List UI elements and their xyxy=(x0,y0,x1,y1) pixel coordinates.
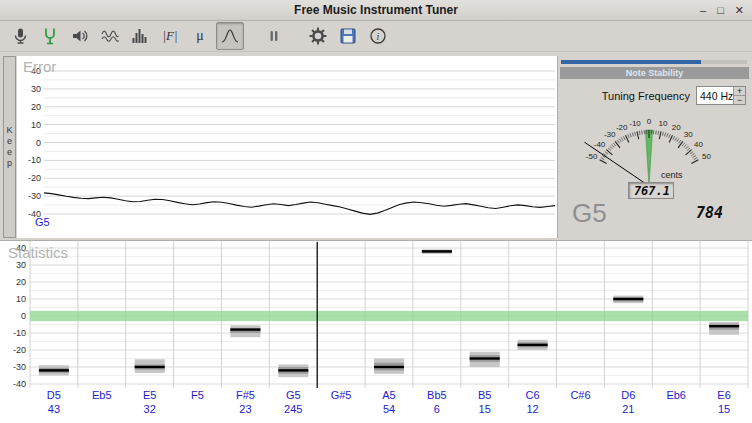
note-label: E5 xyxy=(143,389,156,401)
dial-tick-label: 30 xyxy=(684,130,693,139)
count-label: 6 xyxy=(434,403,440,415)
speaker-icon xyxy=(70,26,90,46)
dial-tick-label: -50 xyxy=(586,152,598,161)
dial-tick xyxy=(694,158,698,160)
harmonics-button[interactable] xyxy=(126,22,154,50)
y-tick-label: -10 xyxy=(13,328,26,338)
note-label: Bb5 xyxy=(427,389,447,401)
dial-tick xyxy=(669,134,671,138)
dial-tick-label: -10 xyxy=(629,119,641,128)
svg-text:i: i xyxy=(377,31,380,42)
pause-icon xyxy=(264,26,284,46)
y-tick-label: 30 xyxy=(16,260,26,270)
dial-tick xyxy=(677,139,679,142)
stat-median-line xyxy=(518,344,548,346)
dial-tick xyxy=(686,150,692,155)
save-icon xyxy=(338,26,358,46)
dial-tick-label: -30 xyxy=(604,130,616,139)
spin-down-button[interactable]: − xyxy=(734,96,745,104)
statistics-mu-button[interactable]: μ xyxy=(186,22,214,50)
stat-median-line xyxy=(278,369,308,371)
microphone-icon xyxy=(10,26,30,46)
fft-button[interactable]: |F| xyxy=(156,22,184,50)
keep-button[interactable]: Keep xyxy=(3,56,16,238)
dial-tick xyxy=(617,140,619,143)
dial-tick xyxy=(662,132,663,136)
dial-tick xyxy=(690,152,693,154)
tuning-frequency-value[interactable]: 440 Hz xyxy=(697,87,733,104)
count-label: 12 xyxy=(526,403,538,415)
statistics-panel-title: Statistics xyxy=(8,244,68,261)
stat-median-line xyxy=(374,366,404,368)
mu-icon: μ xyxy=(196,28,204,44)
dial-tick xyxy=(601,158,605,160)
dial-tick xyxy=(619,139,621,142)
y-tick-label: -30 xyxy=(13,362,26,372)
note-label: E6 xyxy=(717,389,730,401)
count-label: 23 xyxy=(239,403,251,415)
spin-buttons: + − xyxy=(733,87,745,104)
dial-tick-label: 50 xyxy=(702,152,711,161)
save-button[interactable] xyxy=(334,22,362,50)
error-current-note: G5 xyxy=(35,216,50,228)
window-title: Free Music Instrument Tuner xyxy=(0,3,752,17)
window-controls: – □ ✕ xyxy=(700,0,744,20)
dial-tick-label: -20 xyxy=(616,123,628,132)
tuning-frequency-label: Tuning Frequency xyxy=(602,90,690,102)
about-button[interactable]: i xyxy=(364,22,392,50)
y-tick-label: 10 xyxy=(31,120,41,130)
stat-median-line xyxy=(709,325,739,327)
target-frequency-label: 784 xyxy=(696,204,723,222)
fft-icon: |F| xyxy=(162,28,177,44)
y-tick-label: -40 xyxy=(13,379,26,389)
microphone-button[interactable] xyxy=(6,22,34,50)
minimize-button[interactable]: – xyxy=(700,0,706,20)
speaker-button[interactable] xyxy=(66,22,94,50)
pause-button[interactable] xyxy=(260,22,288,50)
waveform-button[interactable] xyxy=(96,22,124,50)
dial-tick xyxy=(691,154,694,156)
close-button[interactable]: ✕ xyxy=(735,0,744,20)
bell-curve-icon xyxy=(220,26,240,46)
histogram-icon xyxy=(130,26,150,46)
y-tick-label: 10 xyxy=(16,294,26,304)
stat-median-line xyxy=(422,250,452,252)
zero-green-band xyxy=(30,311,748,321)
tuning-fork-button[interactable] xyxy=(36,22,64,50)
dial-tick xyxy=(632,133,633,137)
y-tick-label: 0 xyxy=(36,138,41,148)
note-label: F#5 xyxy=(236,389,255,401)
note-label: F5 xyxy=(191,389,204,401)
dial-tick xyxy=(675,137,677,141)
tuning-frequency-spinbox[interactable]: 440 Hz + − xyxy=(696,86,746,105)
y-tick-label: 20 xyxy=(31,102,41,112)
dial-tick-label: 10 xyxy=(659,119,668,128)
stat-median-line xyxy=(230,328,260,330)
note-label: A5 xyxy=(382,389,395,401)
maximize-button[interactable]: □ xyxy=(717,0,724,20)
dial-tick-label: 40 xyxy=(694,140,703,149)
stat-median-line xyxy=(613,298,643,300)
fmit-window: { "window": { "title": "Free Music Instr… xyxy=(0,0,752,423)
tuning-fork-icon xyxy=(40,26,60,46)
dial-tick xyxy=(659,131,661,139)
count-label: 32 xyxy=(144,403,156,415)
error-panel-title: Error xyxy=(23,58,56,75)
error-plot: 403020100-10-20-30-40ErrorG5 xyxy=(17,56,557,238)
dial-tick xyxy=(673,136,675,140)
stat-median-line xyxy=(39,369,69,371)
note-label: C6 xyxy=(526,389,540,401)
dial-tick xyxy=(611,145,614,148)
y-tick-label: 30 xyxy=(31,84,41,94)
note-label: G5 xyxy=(286,389,301,401)
plot-background xyxy=(17,56,557,238)
settings-button[interactable] xyxy=(304,22,332,50)
dial-tick xyxy=(635,132,636,136)
bell-curve-button[interactable] xyxy=(216,22,244,50)
note-label: Eb6 xyxy=(666,389,686,401)
dial-tick xyxy=(684,145,687,148)
info-icon: i xyxy=(368,26,388,46)
note-stability-progress-fill xyxy=(561,60,701,64)
frequency-lcd: 767.1 xyxy=(628,182,674,199)
gear-icon xyxy=(308,26,328,46)
